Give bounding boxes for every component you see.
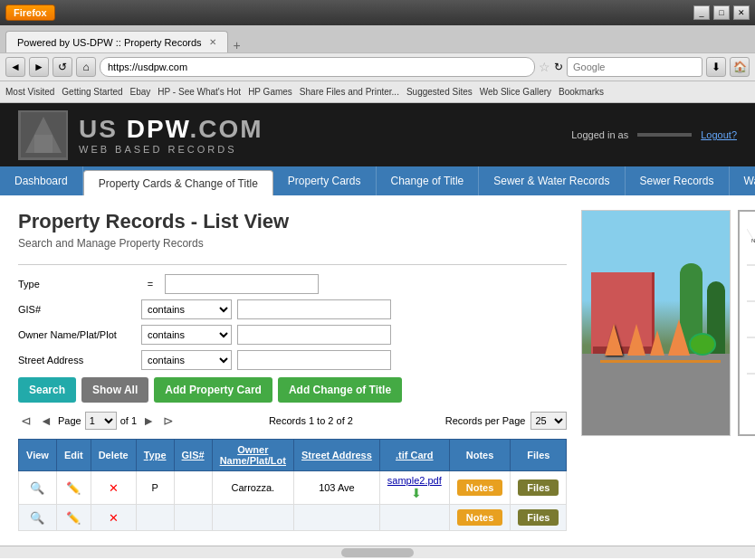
minimize-button[interactable]: _ [693,5,710,20]
header-right: Logged in as Logout? [571,129,737,140]
forward-button[interactable]: ► [29,57,49,77]
search-bar[interactable] [567,57,702,77]
delete-cell-2: ✕ [91,505,136,531]
col-type-link[interactable]: Type [144,450,167,460]
files-cell-2: Files [511,505,567,531]
tif-card-cell-2 [379,505,449,531]
col-edit: Edit [56,440,91,471]
last-page-button[interactable]: ⊳ [160,413,177,429]
url-bar[interactable] [100,57,535,77]
browser-tab-active[interactable]: Powered by US-DPW :: Property Records ✕ [5,31,228,52]
view-cell: 🔍 [19,471,57,505]
type-input[interactable] [165,274,319,294]
document-sketch-svg: N ↑ Scale: 1:100 [747,229,755,428]
edit-icon[interactable]: ✏️ [64,479,82,497]
pagination-left: ⊲ ◄ Page 1 of 1 ► ⊳ [18,412,177,430]
delete-icon-2[interactable]: ✕ [104,508,122,527]
maximize-button[interactable]: □ [713,5,730,20]
owner-input[interactable] [237,325,391,345]
back-button[interactable]: ◄ [5,57,25,77]
view-icon-2[interactable]: 🔍 [28,508,46,527]
next-page-button[interactable]: ► [140,413,157,429]
type-cell: P [136,471,174,505]
notes-button-2[interactable]: Notes [457,509,503,526]
new-tab-button[interactable]: + [228,38,246,52]
gis-input[interactable] [237,299,391,319]
edit-icon-2[interactable]: ✏️ [64,508,82,527]
street-operator-select[interactable]: contains equals starts with [141,350,232,370]
col-owner-link[interactable]: OwnerName/Plat/Lot [220,444,286,466]
bookmark-suggested-sites[interactable]: Suggested Sites [406,87,473,97]
col-tif-link[interactable]: .tif Card [396,450,434,460]
refresh-icon[interactable]: ↻ [554,61,563,73]
nav-item-dashboard[interactable]: Dashboard [0,166,83,195]
horizontal-scrollbar[interactable] [0,546,755,558]
site-header: US DPW.COM WEB BASED RECORDS Logged in a… [0,103,755,166]
window-controls: _ □ ✕ [693,5,750,20]
svg-line-12 [747,229,755,428]
bookmark-ebay[interactable]: Ebay [130,87,151,97]
search-button[interactable]: Search [18,377,76,403]
close-button[interactable]: ✕ [733,5,750,20]
tab-close-icon[interactable]: ✕ [209,37,216,47]
col-tif: .tif Card [379,440,449,471]
firefox-menu-button[interactable]: Firefox [5,5,55,21]
bookmark-most-visited[interactable]: Most Visited [5,87,54,97]
col-type: Type [136,440,174,471]
add-property-card-button[interactable]: Add Property Card [154,377,272,403]
bookmarks-bar: Most Visited Getting Started Ebay HP - S… [0,81,755,103]
site-logo-text: US DPW.COM WEB BASED RECORDS [79,115,263,155]
bookmark-hp[interactable]: HP - See What's Hot [158,87,241,97]
nav-item-water-records[interactable]: Water Records [730,166,755,195]
delete-icon[interactable]: ✕ [104,479,122,497]
files-button[interactable]: Files [518,479,559,496]
owner-operator-select[interactable]: contains equals starts with [141,325,232,345]
records-per-page: Records per Page 25 50 100 [445,412,568,430]
tif-card-link[interactable]: sample2.pdf [387,475,442,486]
show-all-button[interactable]: Show All [81,377,148,403]
street-input[interactable] [237,350,391,370]
nav-item-property-cards[interactable]: Property Cards [273,166,377,195]
nav-item-change-of-title[interactable]: Change of Title [377,166,480,195]
bookmark-star-icon[interactable]: ☆ [539,60,550,74]
bookmark-hp-games[interactable]: HP Games [248,87,292,97]
document-sketch: Uploaded May 5/21 [738,210,755,531]
owner-cell-2 [212,505,293,531]
view-icon[interactable]: 🔍 [28,479,46,497]
download-button[interactable]: ⬇ [706,57,726,77]
nav-item-sewer-water-records[interactable]: Sewer & Water Records [479,166,625,195]
files-button-2[interactable]: Files [518,509,559,526]
records-per-page-select[interactable]: 25 50 100 [530,412,567,430]
form-buttons: Search Show All Add Property Card Add Ch… [18,377,567,403]
street-cell: 103 Ave [293,471,379,505]
home-nav-button[interactable]: 🏠 [730,57,750,77]
home-button[interactable]: ⌂ [76,57,96,77]
add-change-of-title-button[interactable]: Add Change of Title [278,377,402,403]
first-page-button[interactable]: ⊲ [18,413,34,429]
nav-item-property-cards-change-of-title[interactable]: Property Cards & Change of Title [83,170,273,195]
username-display [637,133,692,137]
logo-main-text: US DPW.COM [79,115,263,144]
notes-button[interactable]: Notes [457,479,503,496]
title-bar: Firefox _ □ ✕ [0,0,755,25]
col-street-link[interactable]: Street Address [301,450,372,460]
refresh-button[interactable]: ↺ [53,57,72,77]
page-select[interactable]: 1 [85,412,117,430]
scroll-thumb [341,548,414,557]
download-icon[interactable]: ⬇ [411,486,422,500]
logout-link[interactable]: Logout? [701,129,737,140]
bookmark-getting-started[interactable]: Getting Started [62,87,122,97]
col-gis-link[interactable]: GIS# [182,450,205,460]
notes-cell: Notes [449,471,511,505]
bookmark-share-files[interactable]: Share Files and Printer... [300,87,399,97]
edit-cell-2: ✏️ [56,505,91,531]
bookmark-bookmarks[interactable]: Bookmarks [559,87,604,97]
table-row: 🔍 ✏️ ✕ P Carrozza. 103 Ave [19,471,567,505]
bookmark-web-slice[interactable]: Web Slice Gallery [480,87,551,97]
page-subtitle: Search and Manage Property Records [18,237,567,250]
pagination-row: ⊲ ◄ Page 1 of 1 ► ⊳ Records 1 to 2 of 2 … [18,412,567,430]
prev-page-button[interactable]: ◄ [38,413,54,429]
gis-operator-select[interactable]: contains equals starts with [141,299,232,319]
nav-item-sewer-records[interactable]: Sewer Records [626,166,730,195]
page-title: Property Records - List View [18,210,567,233]
